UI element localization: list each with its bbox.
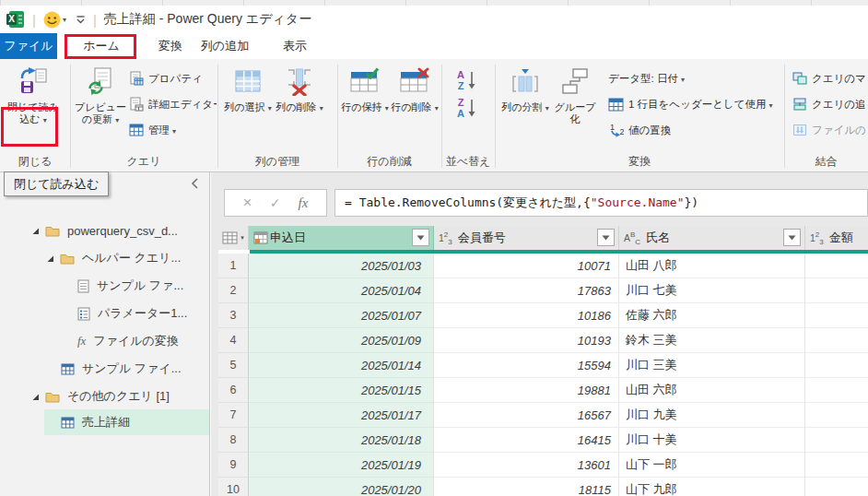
formula-bar-input[interactable]: = Table.RemoveColumns(変更された型,{"Source.Na…: [334, 189, 868, 217]
cell-amount[interactable]: [805, 278, 868, 303]
row-number[interactable]: 5: [218, 353, 249, 378]
column-header-name[interactable]: ABC 氏名: [619, 226, 805, 250]
cell-name[interactable]: 山下 九郎: [619, 478, 805, 496]
feedback-smiley-icon[interactable]: ▾: [43, 11, 66, 29]
tree-item-function[interactable]: fx ファイルの変換: [0, 328, 209, 354]
cell-member[interactable]: 10071: [434, 254, 619, 278]
tree-item-folder[interactable]: powerquery_csv_d...: [0, 218, 209, 243]
split-column-button[interactable]: 列の分割: [500, 65, 550, 149]
table-row[interactable]: 32025/01/0710186佐藤 六郎: [218, 303, 868, 328]
table-row[interactable]: 92025/01/1913601山下 一郎: [218, 453, 868, 478]
row-number[interactable]: 3: [218, 303, 249, 328]
row-number[interactable]: 1: [218, 254, 249, 278]
cell-name[interactable]: 鈴木 三美: [619, 328, 805, 353]
sort-descending-button[interactable]: ZA: [452, 96, 482, 120]
cell-name[interactable]: 川口 三美: [619, 353, 805, 378]
cell-member[interactable]: 16415: [434, 428, 619, 453]
cell-amount[interactable]: [805, 254, 868, 278]
select-all-corner-button[interactable]: ▾: [218, 226, 249, 250]
cell-name[interactable]: 川口 十美: [619, 428, 805, 453]
combine-files-button[interactable]: ファイルの: [792, 120, 868, 140]
properties-button[interactable]: プロパティ: [129, 68, 217, 89]
row-number[interactable]: 8: [218, 428, 249, 453]
tree-item-folder[interactable]: ヘルパー クエリ...: [0, 245, 209, 271]
table-row[interactable]: 42025/01/0910193鈴木 三美: [218, 328, 868, 353]
cell-date[interactable]: 2025/01/20: [249, 478, 434, 496]
table-row[interactable]: 12025/01/0310071山田 八郎: [218, 254, 868, 278]
tree-item-table-query[interactable]: サンプル ファイ...: [0, 356, 209, 382]
table-row[interactable]: 52025/01/1415594川口 三美: [218, 353, 868, 378]
cell-member[interactable]: 16567: [434, 403, 619, 428]
expand-triangle-icon[interactable]: [31, 393, 40, 401]
expand-triangle-icon[interactable]: [31, 227, 40, 235]
cell-name[interactable]: 山下 一郎: [619, 453, 805, 478]
cell-amount[interactable]: [805, 453, 868, 478]
choose-columns-button[interactable]: 列の選択: [223, 65, 273, 149]
cell-date[interactable]: 2025/01/03: [249, 254, 434, 278]
cell-amount[interactable]: [805, 403, 868, 428]
table-row[interactable]: 22025/01/0417863川口 七美: [218, 278, 868, 303]
filter-dropdown-button[interactable]: [412, 229, 429, 246]
column-header-date[interactable]: 申込日: [249, 226, 434, 250]
cell-amount[interactable]: [805, 378, 868, 403]
tree-item-query[interactable]: サンプル ファ...: [0, 273, 209, 299]
sort-ascending-button[interactable]: AZ: [452, 68, 482, 92]
replace-values-button[interactable]: 12 値の置換: [608, 120, 719, 140]
data-type-button[interactable]: データ型: 日付: [608, 68, 719, 89]
cell-amount[interactable]: [805, 303, 868, 328]
group-by-button[interactable]: グループ化: [552, 65, 598, 149]
cell-name[interactable]: 川口 七美: [619, 278, 805, 303]
cell-amount[interactable]: [805, 428, 868, 453]
remove-columns-button[interactable]: 列の削除: [275, 65, 324, 149]
close-and-load-button[interactable]: 閉じて読み込む: [4, 65, 63, 149]
tab-file[interactable]: ファイル: [0, 33, 57, 59]
cell-date[interactable]: 2025/01/17: [249, 403, 434, 428]
cell-name[interactable]: 川口 九美: [619, 403, 805, 428]
cell-date[interactable]: 2025/01/14: [249, 353, 434, 378]
cell-date[interactable]: 2025/01/09: [249, 328, 434, 353]
cell-amount[interactable]: [805, 478, 868, 496]
tab-view[interactable]: 表示: [269, 33, 321, 59]
tab-home[interactable]: ホーム: [68, 33, 135, 59]
table-row[interactable]: 102025/01/2018115山下 九郎: [218, 478, 868, 496]
collapse-pane-icon[interactable]: [187, 176, 202, 191]
table-row[interactable]: 62025/01/1519881山田 六郎: [218, 378, 868, 403]
cell-name[interactable]: 山田 八郎: [619, 254, 805, 278]
row-number[interactable]: 4: [218, 328, 249, 353]
cell-amount[interactable]: [805, 328, 868, 353]
table-row[interactable]: 82025/01/1816415川口 十美: [218, 428, 868, 453]
advanced-editor-button[interactable]: 詳細エディター: [129, 94, 217, 114]
keep-rows-button[interactable]: 行の保持: [341, 65, 389, 149]
tab-transform[interactable]: 変換: [146, 33, 195, 59]
cancel-formula-icon[interactable]: ×: [243, 194, 252, 212]
cell-member[interactable]: 15594: [434, 353, 619, 378]
row-number[interactable]: 10: [218, 478, 249, 496]
merge-queries-button[interactable]: クエリのマ: [792, 68, 868, 89]
cell-date[interactable]: 2025/01/19: [249, 453, 434, 478]
row-number[interactable]: 7: [218, 403, 249, 428]
cell-amount[interactable]: [805, 353, 868, 378]
table-row[interactable]: 72025/01/1716567川口 九美: [218, 403, 868, 428]
use-first-row-as-headers-button[interactable]: 1 行目をヘッダーとして使用: [608, 94, 783, 114]
cell-member[interactable]: 13601: [434, 453, 619, 478]
row-number[interactable]: 2: [218, 278, 249, 303]
tree-item-selected-query[interactable]: 売上詳細: [44, 409, 209, 435]
cell-date[interactable]: 2025/01/07: [249, 303, 434, 328]
cell-name[interactable]: 佐藤 六郎: [619, 303, 805, 328]
manage-button[interactable]: 管理: [129, 120, 217, 140]
row-number[interactable]: 9: [218, 453, 249, 478]
cell-name[interactable]: 山田 六郎: [619, 378, 805, 403]
cell-member[interactable]: 18115: [434, 478, 619, 496]
expand-triangle-icon[interactable]: [46, 254, 54, 263]
filter-dropdown-button[interactable]: [783, 229, 801, 246]
cell-date[interactable]: 2025/01/15: [249, 378, 434, 403]
filter-dropdown-button[interactable]: [597, 229, 615, 246]
cell-member[interactable]: 19881: [434, 378, 619, 403]
row-number[interactable]: 6: [218, 378, 249, 403]
column-header-amount[interactable]: 123 金額: [805, 226, 868, 250]
append-queries-button[interactable]: クエリの追: [792, 94, 868, 114]
tree-item-folder[interactable]: その他のクエリ [1]: [0, 384, 209, 409]
cell-member[interactable]: 17863: [434, 278, 619, 303]
remove-rows-button[interactable]: 行の削除: [391, 65, 439, 149]
cell-date[interactable]: 2025/01/18: [249, 428, 434, 453]
